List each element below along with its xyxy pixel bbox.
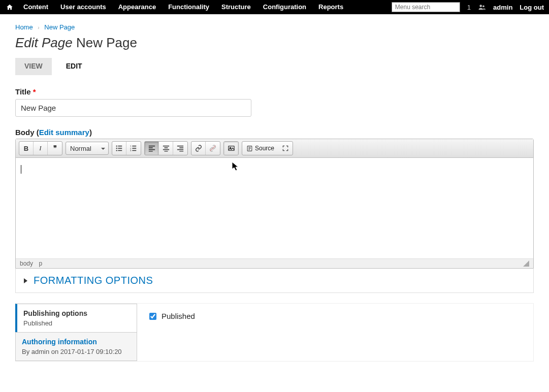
bold-button[interactable]: B — [19, 142, 34, 155]
resize-grip[interactable] — [523, 260, 529, 267]
vtab-publishing-summary: Published — [23, 319, 131, 327]
admin-toolbar: Content User accounts Appearance Functio… — [0, 0, 549, 14]
expand-arrow-icon — [24, 278, 27, 283]
vtab-content-area: Published — [137, 304, 533, 361]
svg-rect-18 — [163, 146, 169, 147]
vtab-publishing-options[interactable]: Publishing options Published — [15, 304, 137, 332]
rich-text-editor: B I ❞ Normal 123 — [15, 139, 534, 269]
title-label: Title * — [15, 87, 534, 96]
svg-point-4 — [116, 148, 117, 149]
formatting-options-label: FORMATTING OPTIONS — [34, 275, 153, 286]
logout-link[interactable]: Log out — [520, 4, 544, 11]
menu-appearance[interactable]: Appearance — [112, 0, 162, 14]
svg-rect-11 — [132, 148, 136, 149]
body-label: Body (Edit summary) — [15, 128, 534, 137]
breadcrumb-current[interactable]: New Page — [44, 23, 75, 31]
menu-functionality[interactable]: Functionality — [162, 0, 215, 14]
align-center-button[interactable] — [159, 142, 173, 155]
menu-user-accounts[interactable]: User accounts — [54, 0, 112, 14]
svg-rect-24 — [177, 149, 183, 150]
editor-statusbar: body p — [16, 258, 533, 268]
menu-search-input[interactable] — [392, 2, 460, 12]
numbered-list-button[interactable]: 123 — [126, 142, 141, 155]
title-input[interactable] — [15, 99, 251, 117]
italic-button[interactable]: I — [34, 142, 48, 155]
published-checkbox[interactable] — [149, 313, 156, 320]
svg-point-2 — [116, 145, 117, 146]
svg-rect-7 — [118, 150, 122, 151]
blockquote-button[interactable]: ❞ — [48, 142, 62, 155]
vtab-authoring-summary: By admin on 2017-01-17 09:10:20 — [22, 348, 131, 355]
breadcrumb-home[interactable]: Home — [15, 23, 33, 31]
svg-point-6 — [116, 150, 117, 151]
svg-rect-13 — [132, 150, 136, 151]
menu-content[interactable]: Content — [17, 0, 54, 14]
user-count: 1 — [467, 4, 471, 11]
edit-summary-link[interactable]: Edit summary — [39, 128, 89, 137]
svg-rect-19 — [164, 147, 168, 148]
svg-rect-9 — [132, 146, 136, 147]
primary-tabs: VIEW EDIT — [15, 58, 534, 75]
vtab-authoring-title: Authoring information — [22, 338, 131, 346]
breadcrumb: Home › New Page — [15, 23, 534, 31]
bullet-list-button[interactable] — [112, 142, 126, 155]
svg-text:3: 3 — [130, 149, 132, 152]
users-icon[interactable] — [478, 4, 486, 11]
breadcrumb-separator: › — [38, 25, 39, 30]
vtab-authoring-information[interactable]: Authoring information By admin on 2017-0… — [15, 332, 137, 361]
unlink-button — [206, 142, 220, 155]
formatting-options-toggle[interactable]: FORMATTING OPTIONS — [15, 269, 534, 293]
page-title-prefix: Edit Page — [15, 35, 73, 50]
vertical-tabs: Publishing options Published Authoring i… — [15, 303, 534, 362]
svg-point-0 — [479, 5, 482, 7]
svg-rect-25 — [179, 151, 183, 151]
menu-structure[interactable]: Structure — [215, 0, 257, 14]
svg-rect-15 — [148, 147, 152, 148]
text-cursor — [21, 165, 21, 174]
vtab-publishing-title: Publishing options — [23, 309, 131, 317]
svg-rect-20 — [163, 149, 169, 150]
svg-rect-14 — [148, 146, 154, 147]
editor-textarea[interactable] — [16, 158, 533, 258]
user-name-link[interactable]: admin — [493, 4, 512, 11]
path-p[interactable]: p — [39, 260, 42, 267]
tab-view[interactable]: VIEW — [15, 58, 52, 75]
link-button[interactable] — [191, 142, 206, 155]
svg-rect-17 — [148, 151, 152, 151]
svg-point-1 — [482, 5, 485, 7]
maximize-button[interactable] — [278, 142, 293, 155]
page-title: Edit Page New Page — [15, 35, 534, 51]
align-left-button[interactable] — [145, 142, 159, 155]
source-button[interactable]: Source — [242, 142, 278, 155]
svg-rect-23 — [179, 147, 183, 148]
svg-rect-3 — [118, 146, 122, 147]
svg-rect-22 — [177, 146, 183, 147]
svg-rect-21 — [164, 151, 168, 151]
editor-toolbar: B I ❞ Normal 123 — [16, 139, 533, 158]
image-button[interactable] — [224, 142, 238, 155]
format-select[interactable]: Normal — [66, 142, 109, 155]
path-body[interactable]: body — [20, 260, 33, 267]
tab-edit[interactable]: EDIT — [57, 58, 91, 75]
menu-configuration[interactable]: Configuration — [257, 0, 312, 14]
svg-rect-5 — [118, 148, 122, 149]
required-asterisk: * — [33, 87, 36, 96]
menu-reports[interactable]: Reports — [312, 0, 349, 14]
home-icon[interactable] — [2, 4, 17, 11]
svg-rect-16 — [148, 149, 154, 150]
page-title-main: New Page — [76, 35, 137, 50]
published-checkbox-label: Published — [162, 312, 195, 320]
align-right-button[interactable] — [173, 142, 187, 155]
